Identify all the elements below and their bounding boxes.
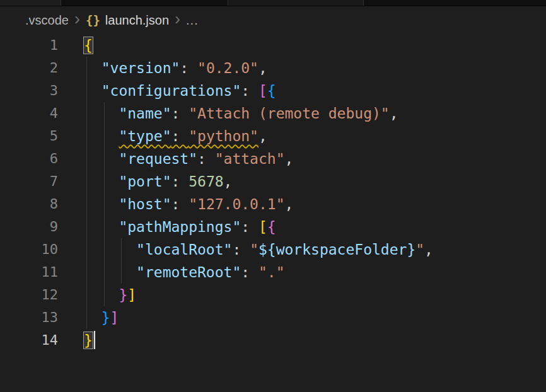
code-token [84,151,119,167]
breadcrumb-item-file[interactable]: {} launch.json [86,13,169,28]
line-number[interactable]: 4 [0,102,58,125]
indent-guide [86,284,87,306]
breadcrumb-symbol-path[interactable]: ... [186,13,199,28]
chevron-right-icon: › [74,11,80,28]
code-token: : [197,151,215,167]
line-number[interactable]: 12 [0,284,58,306]
breadcrumb-item-folder[interactable]: .vscode [25,13,69,28]
code-token: "type": "python" [119,128,258,144]
code-line[interactable]: 9 "pathMappings": [{ [0,216,546,238]
indent-guide [104,147,105,170]
code-token: , [224,173,233,190]
code-line[interactable]: 5 "type": "python", [0,125,546,147]
line-number[interactable]: 13 [0,306,58,329]
code-line[interactable]: 14} [0,329,546,352]
code-token: "localRoot" [136,241,232,258]
indent-guide [86,238,87,261]
code-text: { [84,34,93,57]
code-token: ${workspaceFolder} [258,241,415,258]
line-number[interactable]: 8 [0,193,58,216]
line-number[interactable]: 1 [0,34,58,57]
indent-guide [86,261,87,284]
line-number[interactable]: 7 [0,170,58,193]
code-text: }] [84,306,119,329]
indent-guide [104,284,105,306]
tab[interactable] [61,0,228,6]
code-token: "remoteRoot" [136,264,241,280]
code-token [84,264,136,280]
code-token: } [84,332,93,349]
code-line[interactable]: 7 "port": 5678, [0,170,546,193]
code-line[interactable]: 12 }] [0,284,546,306]
indent-guide [104,216,105,238]
code-token: : [241,264,258,280]
line-number[interactable]: 10 [0,238,58,261]
code-token [84,196,119,212]
code-token: : [171,196,189,212]
code-text: "name": "Attach (remote debug)", [84,102,398,125]
code-token [84,173,119,190]
code-token: [ [258,83,267,99]
tab[interactable] [228,0,364,6]
code-token [84,128,119,144]
line-number[interactable]: 3 [0,79,58,102]
line-number[interactable]: 6 [0,147,58,170]
tab-bar-empty-space [364,0,546,6]
tab[interactable] [0,0,61,6]
code-token: , [285,196,294,212]
code-token: "0.2.0" [197,60,258,76]
code-token: ] [110,309,119,326]
code-token: , [424,241,433,258]
code-line[interactable]: 13 }] [0,306,546,329]
code-token: [ [258,219,267,235]
indent-guide [86,79,87,102]
code-token: : [171,105,189,122]
code-line[interactable]: 6 "request": "attach", [0,147,546,170]
line-number[interactable]: 5 [0,125,58,147]
code-token: "request" [119,151,197,167]
indent-guide [104,238,105,261]
code-token [84,287,119,303]
line-number[interactable]: 11 [0,261,58,284]
code-token: , [285,151,294,167]
code-token: , [258,60,267,76]
code-token: "." [258,264,285,280]
code-token: { [267,219,276,235]
code-token: "port" [119,173,171,190]
code-text: "host": "127.0.0.1", [84,193,293,216]
code-text: "pathMappings": [{ [84,216,276,238]
code-text: "remoteRoot": "." [84,261,285,284]
code-line[interactable]: 1{ [0,34,546,57]
indent-guide [86,193,87,216]
indent-guide [104,102,105,125]
line-number[interactable]: 9 [0,216,58,238]
code-token: "${workspaceFolder}" [250,241,424,258]
editor[interactable]: 1{2 "version": "0.2.0",3 "configurations… [0,34,546,352]
line-number[interactable]: 14 [0,329,58,352]
indent-guide [86,125,87,147]
code-line[interactable]: 8 "host": "127.0.0.1", [0,193,546,216]
code-token: "configurations" [102,83,241,99]
code-token: , [258,128,267,144]
vscode-window: { "breadcrumb": { "folder": ".vscode", "… [0,0,546,392]
code-text: "configurations": [{ [84,79,276,102]
code-line[interactable]: 3 "configurations": [{ [0,79,546,102]
code-text: "localRoot": "${workspaceFolder}", [84,238,433,261]
code-token: : [241,83,258,99]
code-token: "python" [189,128,258,144]
code-line[interactable]: 10 "localRoot": "${workspaceFolder}", [0,238,546,261]
indent-guide [121,261,122,284]
code-line[interactable]: 4 "name": "Attach (remote debug)", [0,102,546,125]
code-token: : [232,241,250,258]
code-line[interactable]: 2 "version": "0.2.0", [0,57,546,79]
breadcrumb: .vscode › {} launch.json › ... [0,7,546,33]
code-text: "type": "python", [84,125,267,147]
indent-guide [104,125,105,147]
line-number[interactable]: 2 [0,57,58,79]
indent-guide [86,170,87,193]
indent-guide [86,216,87,238]
code-token: "type" [119,128,171,144]
code-token [84,219,119,235]
code-line[interactable]: 11 "remoteRoot": "." [0,261,546,284]
code-token: "pathMappings" [119,219,241,235]
